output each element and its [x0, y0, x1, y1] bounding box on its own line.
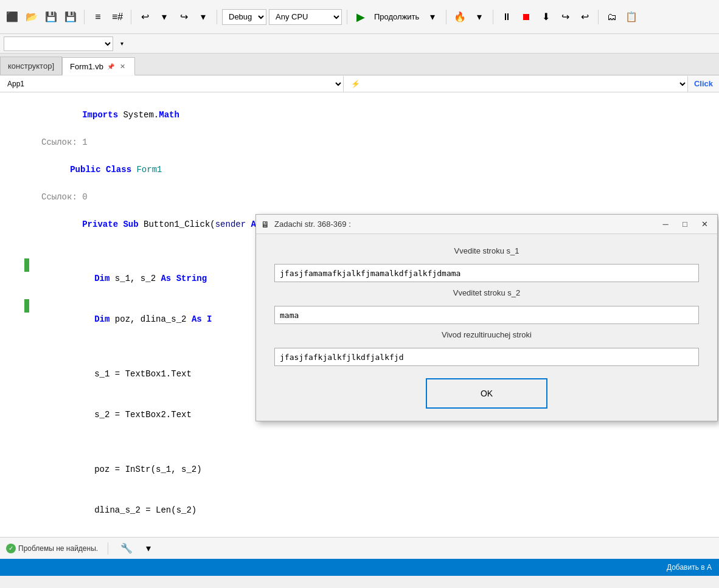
redo-arrow[interactable]: ▾	[195, 9, 212, 26]
sep6	[493, 10, 493, 24]
wrench-btn[interactable]: 🔧	[118, 540, 135, 557]
dialog-app-icon: 🖥	[261, 220, 271, 229]
tab-constructor-label: конструктор]	[8, 61, 54, 71]
layout-btn[interactable]: ⬛	[4, 9, 21, 26]
save-all-btn[interactable]: 💾	[62, 9, 79, 26]
dialog-input1[interactable]	[274, 264, 699, 282]
sep5	[446, 10, 446, 24]
tab-constructor[interactable]: конструктор]	[0, 57, 62, 75]
tab-form1vb[interactable]: Form1.vb 📌 ✕	[62, 57, 135, 75]
dialog-label3: Vivod rezultiruuchej stroki	[274, 330, 699, 339]
open-btn[interactable]: 📂	[23, 9, 40, 26]
method-selector[interactable]: ⚡	[344, 76, 687, 92]
dialog-label1: Vvedite stroku s_1	[274, 246, 699, 255]
dialog-title-text: Zadachi str. 368-369 :	[274, 220, 654, 229]
dropdown-arrow-btn[interactable]: ▾	[113, 35, 130, 52]
status-bar: Добавить в А	[0, 559, 719, 576]
redo-btn[interactable]: ↪	[175, 9, 192, 26]
dialog-titlebar: 🖥 Zadachi str. 368-369 : ─ □ ✕	[256, 215, 717, 234]
format-btn[interactable]: ≡	[89, 9, 106, 26]
cpu-dropdown[interactable]: Any CPU	[269, 9, 342, 25]
step-out-btn[interactable]: ↩	[576, 9, 593, 26]
event-label: Click	[688, 79, 719, 88]
dialog-body: Vvedite stroku s_1 Vveditet stroku s_2 V…	[256, 234, 717, 421]
continue-label: Продолжить	[374, 12, 419, 21]
tabs-bar: конструктор] Form1.vb 📌 ✕	[0, 54, 719, 75]
dialog-window: 🖥 Zadachi str. 368-369 : ─ □ ✕ Vvedite s…	[255, 214, 718, 421]
git-btn[interactable]: 📋	[623, 9, 640, 26]
undo-btn[interactable]: ↩	[136, 9, 153, 26]
dialog-input2[interactable]	[274, 306, 699, 324]
solution-explorer-btn[interactable]: 🗂	[603, 9, 620, 26]
dialog-close-btn[interactable]: ✕	[696, 218, 712, 231]
pause-btn[interactable]: ⏸	[498, 9, 515, 26]
check-icon: ✓	[6, 544, 16, 553]
class-selector[interactable]: App1	[0, 76, 344, 92]
dialog-maximize-btn[interactable]: □	[677, 218, 693, 231]
sep7	[598, 10, 599, 24]
sep2	[131, 10, 131, 24]
stop-btn[interactable]: ⏹	[518, 9, 535, 26]
sep3	[217, 10, 217, 24]
wrench-arrow[interactable]: ▾	[140, 540, 157, 557]
debug-dropdown[interactable]: Debug	[222, 9, 266, 25]
bottom-bar: ✓ Проблемы не найдены. 🔧 ▾	[0, 537, 719, 559]
fire-btn[interactable]: 🔥	[451, 9, 468, 26]
problems-text: Проблемы не найдены.	[18, 544, 98, 553]
problem-status: ✓ Проблемы не найдены.	[6, 544, 98, 553]
sep4	[347, 10, 347, 24]
step-over-btn[interactable]: ⬇	[537, 9, 554, 26]
main-toolbar: ⬛ 📂 💾 💾 ≡ ≡# ↩ ▾ ↪ ▾ Debug Any CPU ▶ Про…	[0, 0, 719, 34]
add-text: Добавить в А	[667, 563, 712, 572]
save-btn[interactable]: 💾	[43, 9, 60, 26]
scope-dropdown[interactable]	[4, 36, 113, 51]
tab-form1vb-label: Form1.vb	[70, 62, 103, 71]
numbering-btn[interactable]: ≡#	[109, 9, 126, 26]
bottom-sep	[108, 542, 108, 555]
dialog-input3[interactable]	[274, 348, 699, 366]
step-into-btn[interactable]: ↪	[557, 9, 574, 26]
dialog-overlay: 🖥 Zadachi str. 368-369 : ─ □ ✕ Vvedite s…	[0, 92, 719, 537]
sep1	[84, 10, 85, 24]
tab-pin-icon: 📌	[107, 63, 114, 70]
dialog-minimize-btn[interactable]: ─	[658, 218, 673, 231]
dialog-label2: Vveditet stroku s_2	[274, 288, 699, 297]
undo-arrow[interactable]: ▾	[156, 9, 173, 26]
continue-arrow[interactable]: ▾	[424, 9, 441, 26]
play-btn[interactable]: ▶	[352, 9, 369, 26]
tab-close-btn[interactable]: ✕	[118, 62, 127, 71]
dialog-ok-button[interactable]: OK	[426, 378, 547, 409]
code-selector-bar: App1 ⚡ Click	[0, 75, 719, 92]
second-toolbar: ▾	[0, 34, 719, 54]
editor-area: Imports System.Math Ссылок: 1 - Public C…	[0, 92, 719, 537]
fire-arrow[interactable]: ▾	[471, 9, 488, 26]
